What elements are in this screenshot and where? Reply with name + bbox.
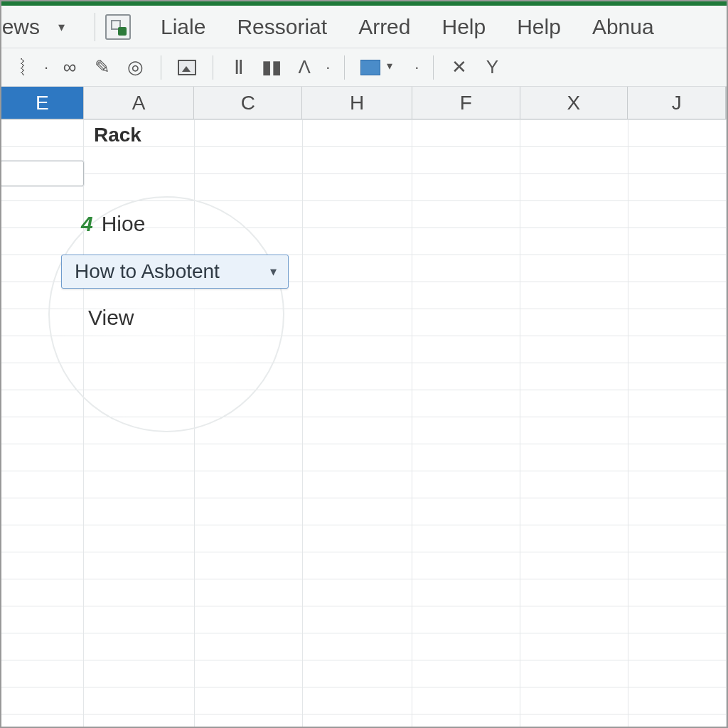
separator — [433, 55, 434, 80]
window-tool-icon[interactable] — [105, 14, 131, 40]
how-to-dropdown[interactable]: How to Asbotent ▾ — [61, 255, 289, 289]
popup-row-indicator: 4 Hioe — [61, 212, 289, 236]
column-header-x[interactable]: X — [520, 87, 628, 119]
separator — [344, 55, 345, 80]
menubar: iews ▾ Liale Ressoriat Arred Help Help A… — [1, 6, 727, 48]
separator — [95, 13, 95, 41]
name-box[interactable] — [0, 161, 84, 186]
column-header-j[interactable]: J — [628, 87, 726, 119]
image-icon[interactable] — [176, 56, 198, 79]
popup-row-label: Hioe — [102, 212, 146, 236]
toolbar-icon-1[interactable]: ⦚ — [11, 56, 34, 79]
ibeam-icon[interactable]: Ⅱ — [228, 56, 250, 79]
y-icon[interactable]: Y — [481, 56, 503, 79]
spreadsheet-grid[interactable]: Rack 4 Hioe How to Asbotent ▾ View — [1, 119, 727, 728]
menu-item-abnua[interactable]: Abnua — [577, 11, 670, 43]
menu-item-help-2[interactable]: Help — [501, 11, 577, 43]
menu-item-arred[interactable]: Arred — [343, 11, 426, 43]
popup-view-label[interactable]: View — [61, 306, 289, 330]
fill-color-icon[interactable] — [359, 56, 382, 79]
cell-a1[interactable]: Rack — [88, 122, 147, 148]
x-icon[interactable]: ✕ — [448, 56, 471, 79]
separator — [161, 55, 161, 80]
column-headers: E A C H F X J — [1, 87, 727, 119]
dot-icon: · — [414, 58, 419, 77]
popup-panel: 4 Hioe How to Asbotent ▾ View — [61, 212, 289, 330]
chevron-down-icon: ▾ — [55, 19, 65, 35]
menu-item-help[interactable]: Help — [426, 11, 501, 43]
column-header-a[interactable]: A — [84, 87, 195, 119]
column-header-c[interactable]: C — [194, 87, 302, 119]
menu-item-ressoriat[interactable]: Ressoriat — [221, 11, 343, 43]
column-header-e[interactable]: E — [1, 87, 84, 119]
dot-icon: · — [326, 58, 330, 77]
column-header-h[interactable]: H — [302, 87, 412, 119]
view-dropdown-label: iews — [0, 15, 40, 39]
column-header-f[interactable]: F — [412, 87, 520, 119]
bullseye-icon[interactable]: ◎ — [124, 56, 146, 79]
separator — [213, 55, 213, 80]
column-header-blank[interactable] — [726, 87, 727, 119]
link-icon[interactable]: ∞ — [58, 56, 81, 79]
lambda-icon[interactable]: Λ — [293, 56, 316, 79]
rec-icon[interactable]: ▮▮ — [260, 56, 283, 79]
how-to-dropdown-label: How to Asbotent — [75, 260, 220, 283]
menu-item-liale[interactable]: Liale — [145, 11, 221, 43]
pen-icon[interactable]: ✎ — [91, 56, 114, 79]
view-dropdown[interactable]: iews ▾ — [0, 11, 72, 43]
dot-icon: · — [44, 58, 48, 77]
toolbar: ⦚ · ∞ ✎ ◎ Ⅱ ▮▮ Λ · · ✕ Y — [1, 48, 727, 87]
chevron-down-icon: ▾ — [270, 264, 277, 279]
popup-row-number: 4 — [81, 212, 93, 236]
